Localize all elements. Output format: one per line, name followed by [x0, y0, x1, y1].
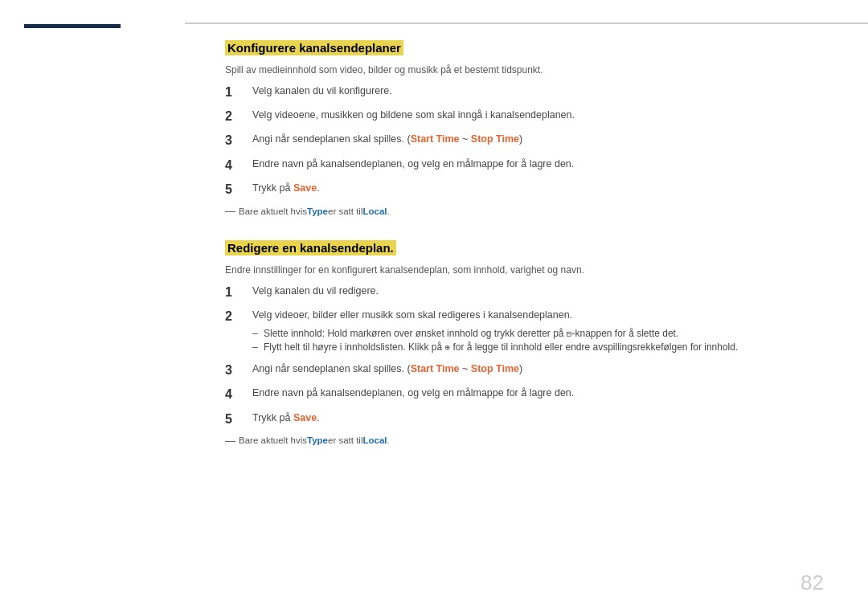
sub-bullet-dash: –	[252, 328, 264, 339]
section-2-footnote: ― Bare aktuelt hvis Type er satt til Loc…	[225, 435, 820, 447]
footnote-type: Type	[307, 206, 328, 216]
main-content: Konfigurere kanalsendeplaner Spill av me…	[185, 22, 868, 613]
section-2-subtitle: Endre innstillinger for en konfigurert k…	[225, 264, 820, 276]
stop-time-label: Stop Time	[471, 133, 519, 145]
step-1-4: 4 Endre navn på kanalsendeplanen, og vel…	[225, 157, 820, 174]
step-number: 1	[225, 84, 244, 101]
step-number: 1	[225, 284, 244, 301]
footnote-local: Local	[362, 435, 387, 445]
step-number: 2	[225, 108, 244, 125]
step-text: Velg videoene, musikken og bildene som s…	[252, 108, 820, 123]
step-text-before: Angi når sendeplanen skal spilles. (	[252, 133, 411, 145]
step-number: 4	[225, 386, 244, 403]
step-number: 2	[225, 308, 244, 325]
step-5-after: .	[317, 412, 319, 423]
save-label: Save	[293, 412, 317, 423]
step-text: Trykk på Save.	[252, 181, 820, 196]
sub-bullet-text: Slette innhold: Hold markøren over ønske…	[264, 328, 678, 339]
sub-bullets: – Slette innhold: Hold markøren over øns…	[252, 328, 738, 355]
section-2-title: Redigere en kanalsendeplan.	[225, 240, 396, 255]
stop-time-label: Stop Time	[471, 363, 519, 374]
section-1-steps: 1 Velg kanalen du vil konfigurere. 2 Vel…	[225, 84, 820, 199]
step-text: Endre navn på kanalsendeplanen, og velg …	[252, 157, 820, 172]
footnote-dash: ―	[225, 205, 235, 217]
section-1-subtitle: Spill av medieinnhold som video, bilder …	[225, 64, 820, 76]
footnote-type: Type	[307, 435, 328, 445]
step-2-4: 4 Endre navn på kanalsendeplanen, og vel…	[225, 386, 820, 403]
section-1-title-wrapper: Konfigurere kanalsendeplaner	[225, 39, 820, 58]
sidebar-bar	[24, 24, 121, 28]
step-text-after: )	[519, 133, 522, 145]
step-text: Endre navn på kanalsendeplanen, og velg …	[252, 386, 820, 401]
save-label: Save	[293, 182, 317, 194]
step-1-5: 5 Trykk på Save.	[225, 181, 820, 198]
footnote-dash: ―	[225, 435, 235, 447]
step-number: 3	[225, 132, 244, 149]
step-text: Angi når sendeplanen skal spilles. (Star…	[252, 132, 820, 147]
step-text: Trykk på Save.	[252, 411, 820, 426]
footnote-local: Local	[362, 206, 387, 216]
footnote-after: .	[387, 435, 390, 445]
step-number: 3	[225, 362, 244, 379]
step-number: 4	[225, 157, 244, 174]
step-5-before: Trykk på	[252, 412, 293, 423]
step-text: Velg kanalen du vil konfigurere.	[252, 84, 820, 99]
footnote-middle: er satt til	[328, 206, 362, 216]
footnote-before: Bare aktuelt hvis	[239, 435, 307, 445]
step-5-before: Trykk på	[252, 182, 293, 194]
footnote-before: Bare aktuelt hvis	[239, 206, 307, 216]
section-1: Konfigurere kanalsendeplaner Spill av me…	[225, 39, 820, 217]
step-number: 5	[225, 411, 244, 428]
step-1-3: 3 Angi når sendeplanen skal spilles. (St…	[225, 132, 820, 149]
step-2-3: 3 Angi når sendeplanen skal spilles. (St…	[225, 362, 820, 379]
step-text-after: )	[519, 363, 522, 374]
step-text: Velg videoer, bilder eller musikk som sk…	[252, 308, 572, 323]
sub-bullet-dash: –	[252, 341, 264, 353]
page-number: 82	[800, 570, 824, 595]
separator: ~	[460, 133, 471, 145]
step-text: Velg kanalen du vil redigere.	[252, 284, 820, 299]
sub-bullet-1: – Slette innhold: Hold markøren over øns…	[252, 328, 738, 339]
step-2-5: 5 Trykk på Save.	[225, 411, 820, 428]
step-5-after: .	[317, 182, 319, 194]
section-1-title: Konfigurere kanalsendeplaner	[225, 40, 403, 55]
step-1-2: 2 Velg videoene, musikken og bildene som…	[225, 108, 820, 125]
start-time-label: Start Time	[411, 133, 460, 145]
separator: ~	[460, 363, 471, 374]
step-1-1: 1 Velg kanalen du vil konfigurere.	[225, 84, 820, 101]
section-2-steps: 1 Velg kanalen du vil redigere. 2 Velg v…	[225, 284, 820, 428]
footnote-middle: er satt til	[328, 435, 362, 445]
section-2: Redigere en kanalsendeplan. Endre innsti…	[225, 239, 820, 446]
sidebar	[0, 0, 185, 613]
page-container: Konfigurere kanalsendeplaner Spill av me…	[0, 0, 868, 613]
section-1-footnote: ― Bare aktuelt hvis Type er satt til Loc…	[225, 205, 820, 217]
section-2-title-wrapper: Redigere en kanalsendeplan.	[225, 239, 820, 258]
step-number: 5	[225, 181, 244, 198]
start-time-label: Start Time	[411, 363, 460, 374]
footnote-after: .	[387, 206, 390, 216]
step-text-before: Angi når sendeplanen skal spilles. (	[252, 363, 411, 374]
step-text: Angi når sendeplanen skal spilles. (Star…	[252, 362, 820, 377]
step-2-2: 2 Velg videoer, bilder eller musikk som …	[225, 308, 820, 354]
step-2-2-main: 2 Velg videoer, bilder eller musikk som …	[225, 308, 572, 325]
step-2-1: 1 Velg kanalen du vil redigere.	[225, 284, 820, 301]
sub-bullet-text: Flytt helt til høyre i innholdslisten. K…	[264, 341, 738, 353]
sub-bullet-2: – Flytt helt til høyre i innholdslisten.…	[252, 341, 738, 353]
